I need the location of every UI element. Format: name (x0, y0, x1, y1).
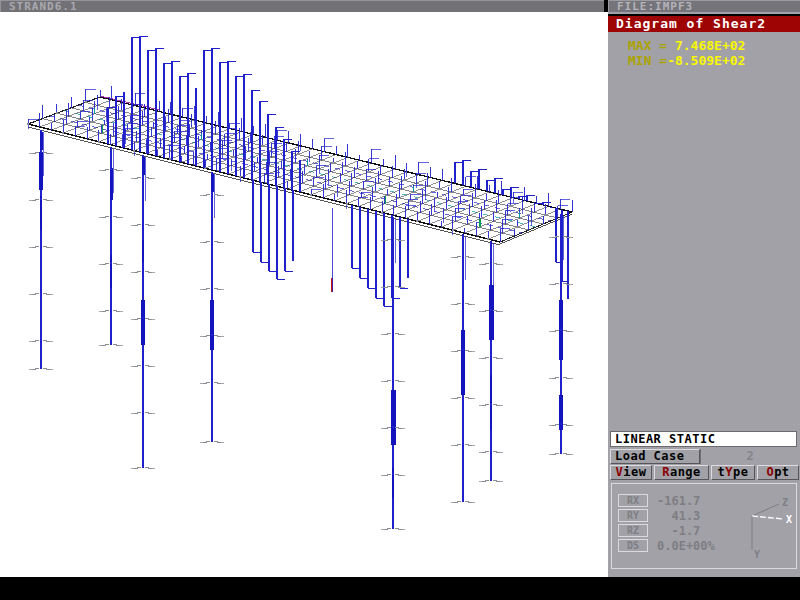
ds-value: 0.0E+00% (657, 539, 715, 553)
rz-value: -1.7 (657, 524, 700, 538)
file-bar: FILE:IMPF3 (608, 0, 800, 12)
axis-z-label: Z (782, 497, 788, 508)
minmax-readout: MAX = 7.468E+02 MIN =-8.509E+02 (608, 38, 800, 68)
command-button-row: View Range tYpe Opt (610, 465, 799, 480)
diagram-title-bar: Diagram of Shear2 (608, 14, 800, 32)
load-case-row: Load Case 2 (610, 449, 799, 464)
rx-row: RX -161.7 (618, 494, 700, 507)
ds-row: DS 0.0E+00% (618, 539, 715, 552)
range-hotkey: R (662, 465, 670, 479)
app-title-bar: STRAND6.1 (0, 0, 604, 12)
side-panel: FILE:IMPF3 Diagram of Shear2 MAX = 7.468… (608, 0, 800, 577)
axis-y-label: Y (754, 549, 760, 560)
opt-hotkey: O (766, 465, 774, 479)
axis-x-label: X (786, 514, 792, 525)
model-viewport[interactable] (0, 12, 608, 577)
min-value: -8.509E+02 (667, 53, 745, 68)
rz-row: RZ -1.7 (618, 524, 700, 537)
load-case-label: Load Case (615, 449, 685, 463)
view-parameters-box: RX -161.7 RY 41.3 RZ -1.7 DS 0.0E+00% Z … (611, 483, 797, 569)
type-hotkey: Y (725, 465, 733, 479)
load-case-value: 2 (700, 449, 799, 464)
ry-label: RY (618, 509, 648, 522)
range-button[interactable]: Range (654, 465, 709, 480)
load-case-button[interactable]: Load Case (610, 449, 700, 464)
view-button[interactable]: View (610, 465, 652, 480)
analysis-type-box: LINEAR STATIC (610, 431, 797, 447)
ry-value: 41.3 (657, 509, 700, 523)
opt-button[interactable]: Opt (757, 465, 799, 480)
rx-label: RX (618, 494, 648, 507)
shear-diagram-model[interactable] (0, 12, 608, 577)
app-window: STRAND6.1 FILE:IMPF3 Diagram of Shear2 M… (0, 0, 800, 600)
analysis-type-label: LINEAR STATIC (615, 432, 715, 446)
type-button[interactable]: tYpe (711, 465, 755, 480)
min-row: MIN =-8.509E+02 (608, 53, 800, 68)
diagram-title: Diagram of Shear2 (616, 16, 766, 31)
max-row: MAX = 7.468E+02 (608, 38, 800, 53)
max-value: 7.468E+02 (667, 38, 745, 53)
ds-label: DS (618, 539, 648, 552)
rx-value: -161.7 (657, 494, 700, 508)
rz-label: RZ (618, 524, 648, 537)
file-name: FILE:IMPF3 (617, 0, 693, 13)
min-label: MIN = (628, 53, 667, 68)
axis-triad-icon: Z X Y (732, 492, 794, 562)
ry-row: RY 41.3 (618, 509, 700, 522)
status-footer-bar (0, 577, 800, 600)
max-label: MAX = (628, 38, 667, 53)
